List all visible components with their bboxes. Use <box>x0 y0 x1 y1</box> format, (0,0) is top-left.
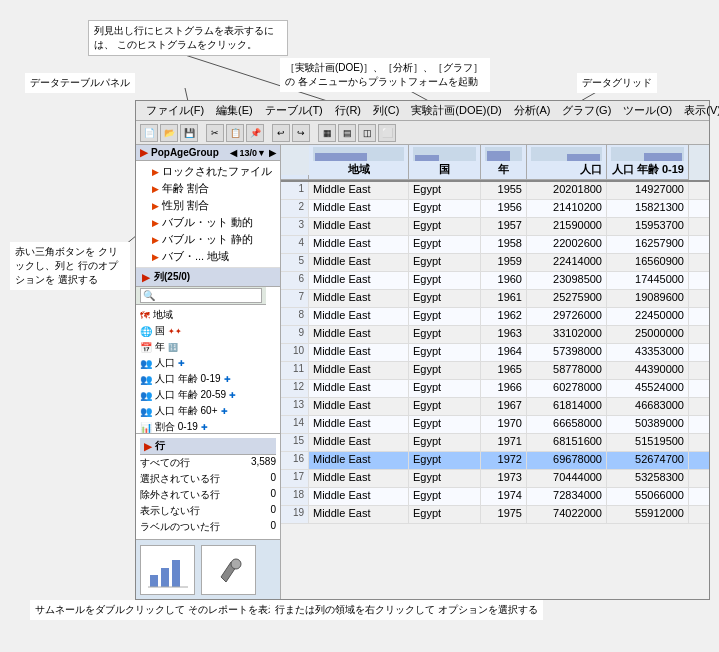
panel-nav-prev[interactable]: ◀ <box>230 148 237 158</box>
menu-analysis[interactable]: 分析(A) <box>508 101 557 120</box>
toolbar-b1[interactable]: ▦ <box>318 124 336 142</box>
table-row[interactable]: 19 Middle East Egypt 1975 74022000 55912… <box>281 506 709 524</box>
toolbar-undo[interactable]: ↩ <box>272 124 290 142</box>
row-stats-arrow[interactable]: ▶ <box>144 441 152 452</box>
cell-pop: 22414000 <box>527 254 607 271</box>
menu-doe[interactable]: 実験計画(DOE)(D) <box>405 101 507 120</box>
col-item-year[interactable]: 📅 年 🔢 <box>136 339 280 355</box>
col-pop2059-plus: ✚ <box>229 391 236 400</box>
menu-edit[interactable]: 編集(E) <box>210 101 259 120</box>
menu-file[interactable]: ファイル(F) <box>140 101 210 120</box>
cell-country: Egypt <box>409 254 481 271</box>
row-label: 行 <box>155 439 165 453</box>
menu-col[interactable]: 列(C) <box>367 101 405 120</box>
toolbar-open[interactable]: 📂 <box>160 124 178 142</box>
cell-year: 1963 <box>481 326 527 343</box>
col-header-country[interactable]: 国 <box>409 145 481 180</box>
tree-bubble-dynamic[interactable]: ▶ バブル・ット 動的 <box>136 214 280 231</box>
cell-pop19: 45524000 <box>607 380 689 397</box>
toolbar-paste[interactable]: 📌 <box>246 124 264 142</box>
table-row[interactable]: 3 Middle East Egypt 1957 21590000 159537… <box>281 218 709 236</box>
tree-locked-files[interactable]: ▶ ロックされたファイル <box>136 163 280 180</box>
row-stats: ▶ 行 すべての行 3,589 選択されている行 0 除外されている行 0 表示… <box>136 433 280 539</box>
col-item-country[interactable]: 🌐 国 ✦✦ <box>136 323 280 339</box>
cell-pop: 61814000 <box>527 398 607 415</box>
row-num-cell: 14 <box>281 416 309 433</box>
thumbnail-chart[interactable] <box>140 545 195 595</box>
tree-age-ratio[interactable]: ▶ 年齢 割合 <box>136 180 280 197</box>
cell-year: 1967 <box>481 398 527 415</box>
table-row[interactable]: 7 Middle East Egypt 1961 25275900 190896… <box>281 290 709 308</box>
menu-view[interactable]: 表示(V) <box>678 101 719 120</box>
toolbar-redo[interactable]: ↪ <box>292 124 310 142</box>
grid-header-row: 地域 国 年 人口 <box>281 145 709 182</box>
table-row[interactable]: 12 Middle East Egypt 1966 60278000 45524… <box>281 380 709 398</box>
panel-nav-next[interactable]: ▶ <box>269 148 276 158</box>
table-row[interactable]: 8 Middle East Egypt 1962 29726000 224500… <box>281 308 709 326</box>
cell-country: Egypt <box>409 344 481 361</box>
col-item-pop60[interactable]: 👥 人口 年齢 60+ ✚ <box>136 403 280 419</box>
col-item-pop019[interactable]: 👥 人口 年齢 0-19 ✚ <box>136 371 280 387</box>
table-row[interactable]: 17 Middle East Egypt 1973 70444000 53258… <box>281 470 709 488</box>
cell-region: Middle East <box>309 182 409 199</box>
cell-year: 1974 <box>481 488 527 505</box>
cell-pop: 21410200 <box>527 200 607 217</box>
cell-year: 1971 <box>481 434 527 451</box>
cell-region: Middle East <box>309 344 409 361</box>
col-item-region[interactable]: 🗺 地域 <box>136 307 280 323</box>
toolbar-copy[interactable]: 📋 <box>226 124 244 142</box>
toolbar-b2[interactable]: ▤ <box>338 124 356 142</box>
table-row[interactable]: 15 Middle East Egypt 1971 68151600 51519… <box>281 434 709 452</box>
toolbar-b3[interactable]: ◫ <box>358 124 376 142</box>
table-row[interactable]: 16 Middle East Egypt 1972 69678000 52674… <box>281 452 709 470</box>
cell-pop: 23098500 <box>527 272 607 289</box>
table-row[interactable]: 4 Middle East Egypt 1958 22002600 162579… <box>281 236 709 254</box>
col-header-year[interactable]: 年 <box>481 145 527 180</box>
row-num-cell: 1 <box>281 182 309 199</box>
toolbar-save[interactable]: 💾 <box>180 124 198 142</box>
toolbar-new[interactable]: 📄 <box>140 124 158 142</box>
menu-row[interactable]: 行(R) <box>329 101 367 120</box>
table-row[interactable]: 10 Middle East Egypt 1964 57398000 43353… <box>281 344 709 362</box>
table-row[interactable]: 18 Middle East Egypt 1974 72834000 55066… <box>281 488 709 506</box>
tree-bubble-static[interactable]: ▶ バブル・ット 静的 <box>136 231 280 248</box>
thumbnail-tip-annotation: サムネールをダブルクリックして そのレポートを表示する <box>30 600 303 620</box>
cell-country: Egypt <box>409 182 481 199</box>
search-input[interactable] <box>140 288 262 303</box>
tree-gender-ratio[interactable]: ▶ 性別 割合 <box>136 197 280 214</box>
col-item-pop[interactable]: 👥 人口 ✚ <box>136 355 280 371</box>
table-row[interactable]: 1 Middle East Egypt 1955 20201800 149270… <box>281 182 709 200</box>
cell-pop19: 14927000 <box>607 182 689 199</box>
red-triangle-annotation: 赤い三角ボタンを クリックし、列と 行のオプションを 選択する <box>10 242 130 290</box>
menu-table[interactable]: テーブル(T) <box>259 101 329 120</box>
row-num-cell: 6 <box>281 272 309 289</box>
col-header-pop[interactable]: 人口 <box>527 145 607 180</box>
col-header-pop19[interactable]: 人口 年齢 0-19 <box>607 145 689 180</box>
table-row[interactable]: 2 Middle East Egypt 1956 21410200 158213… <box>281 200 709 218</box>
col-item-ratio019[interactable]: 📊 割合 0-19 ✚ <box>136 419 280 433</box>
data-grid-annotation: データグリッド <box>577 73 657 93</box>
toolbar-cut[interactable]: ✂ <box>206 124 224 142</box>
table-row[interactable]: 6 Middle East Egypt 1960 23098500 174450… <box>281 272 709 290</box>
table-row[interactable]: 13 Middle East Egypt 1967 61814000 46683… <box>281 398 709 416</box>
table-row[interactable]: 5 Middle East Egypt 1959 22414000 165609… <box>281 254 709 272</box>
red-triangle-icon[interactable]: ▶ <box>140 147 148 158</box>
tree-bubble-region[interactable]: ▶ バブ・... 地域 <box>136 248 280 265</box>
table-row[interactable]: 14 Middle East Egypt 1970 66658000 50389… <box>281 416 709 434</box>
table-row[interactable]: 9 Middle East Egypt 1963 33102000 250000… <box>281 326 709 344</box>
cell-year: 1955 <box>481 182 527 199</box>
cell-country: Egypt <box>409 200 481 217</box>
table-row[interactable]: 11 Middle East Egypt 1965 58778000 44390… <box>281 362 709 380</box>
row-num-cell: 18 <box>281 488 309 505</box>
col-red-triangle-icon[interactable]: ▶ <box>142 272 150 283</box>
menu-graph[interactable]: グラフ(G) <box>556 101 617 120</box>
row-num-cell: 13 <box>281 398 309 415</box>
row-num-cell: 15 <box>281 434 309 451</box>
tree-arrow-icon4: ▶ <box>152 218 159 228</box>
thumbnail-tool[interactable] <box>201 545 256 595</box>
col-item-pop2059[interactable]: 👥 人口 年齢 20-59 ✚ <box>136 387 280 403</box>
col-pop019-plus: ✚ <box>224 375 231 384</box>
col-header-region[interactable]: 地域 <box>309 145 409 180</box>
menu-tools[interactable]: ツール(O) <box>617 101 678 120</box>
toolbar-b4[interactable]: ⬜ <box>378 124 396 142</box>
